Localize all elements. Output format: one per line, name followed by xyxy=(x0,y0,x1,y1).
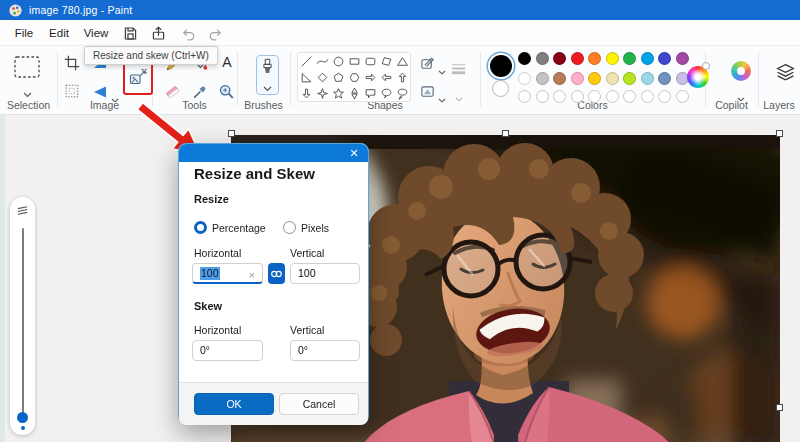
shape-right-triangle[interactable] xyxy=(298,69,314,85)
shape-star-6[interactable] xyxy=(346,85,362,101)
shape-fill-icon[interactable] xyxy=(420,84,438,102)
empty-color-slot[interactable] xyxy=(641,90,654,103)
canvas-handle-top-left[interactable] xyxy=(228,130,235,137)
empty-color-slot[interactable] xyxy=(588,90,601,103)
canvas-handle-top-center[interactable] xyxy=(502,130,509,137)
shape-rectangle[interactable] xyxy=(346,53,362,69)
color-swatch[interactable] xyxy=(553,52,566,65)
outline-dropdown-chevron[interactable] xyxy=(438,61,446,79)
undo-icon[interactable] xyxy=(177,23,199,43)
shape-callout-cloud[interactable] xyxy=(394,85,410,101)
color-swatch[interactable] xyxy=(571,72,584,85)
color-swatch[interactable] xyxy=(676,52,689,65)
color-swatch[interactable] xyxy=(518,52,531,65)
zoom-slider-thumb[interactable] xyxy=(17,412,28,423)
primary-color-swatch[interactable] xyxy=(490,55,512,77)
pixels-radio-label[interactable]: Pixels xyxy=(301,222,329,234)
color-swatch[interactable] xyxy=(641,72,654,85)
shape-callout-rectangle[interactable] xyxy=(362,85,378,101)
save-icon[interactable] xyxy=(119,23,141,43)
copilot-icon[interactable] xyxy=(731,61,751,81)
shape-oval[interactable] xyxy=(330,53,346,69)
shape-arrow-left[interactable] xyxy=(378,69,394,85)
empty-color-slot[interactable] xyxy=(676,90,689,103)
crop-icon[interactable] xyxy=(63,54,81,72)
lock-aspect-ratio-button[interactable] xyxy=(268,263,285,284)
color-swatch[interactable] xyxy=(553,72,566,85)
color-swatch[interactable] xyxy=(606,52,619,65)
color-swatch[interactable] xyxy=(571,52,584,65)
shape-star-5[interactable] xyxy=(330,85,346,101)
zoom-slider[interactable] xyxy=(10,197,35,435)
canvas-handle-top-right[interactable] xyxy=(776,130,783,137)
resize-vertical-input[interactable]: 100 xyxy=(290,263,360,284)
percentage-radio-label[interactable]: Percentage xyxy=(212,222,266,234)
shape-lightning[interactable] xyxy=(314,101,330,102)
shape-callout-oval[interactable] xyxy=(378,85,394,101)
menu-file[interactable]: File xyxy=(8,20,40,46)
shape-arrow-down[interactable] xyxy=(298,85,314,101)
zoom-slider-track[interactable] xyxy=(22,228,24,418)
share-icon[interactable] xyxy=(147,23,169,43)
text-tool-icon[interactable]: A xyxy=(219,54,235,70)
eyedropper-icon[interactable] xyxy=(191,83,209,101)
color-swatch[interactable] xyxy=(588,72,601,85)
dialog-close-icon[interactable]: ✕ xyxy=(340,144,368,162)
shape-heart[interactable] xyxy=(298,101,314,102)
canvas-handle-right-middle[interactable] xyxy=(776,404,783,411)
shape-triangle[interactable] xyxy=(394,53,410,69)
flip-dropdown-chevron[interactable] xyxy=(111,89,119,107)
secondary-color-swatch[interactable] xyxy=(492,80,509,97)
resize-and-skew-icon[interactable] xyxy=(129,68,147,86)
selection-tool-icon[interactable] xyxy=(13,55,41,83)
shape-arrow-right[interactable] xyxy=(362,69,378,85)
size-dropdown-chevron[interactable] xyxy=(455,88,463,106)
shape-polygon[interactable] xyxy=(378,53,394,69)
selection-dropdown-chevron[interactable] xyxy=(23,84,32,102)
color-swatch[interactable] xyxy=(536,52,549,65)
shape-rounded-rectangle[interactable] xyxy=(362,53,378,69)
cancel-button[interactable]: Cancel xyxy=(279,393,359,415)
skew-vertical-input[interactable]: 0° xyxy=(290,340,360,361)
eraser-icon[interactable] xyxy=(164,83,182,101)
menu-edit[interactable]: Edit xyxy=(42,20,76,46)
color-swatch[interactable] xyxy=(658,72,671,85)
color-swatch[interactable] xyxy=(623,72,636,85)
shape-curve[interactable] xyxy=(314,53,330,69)
empty-color-slot[interactable] xyxy=(518,90,531,103)
copilot-dropdown-chevron[interactable] xyxy=(737,88,745,106)
empty-color-slot[interactable] xyxy=(658,90,671,103)
shape-hexagon[interactable] xyxy=(346,69,362,85)
color-swatch[interactable] xyxy=(658,52,671,65)
fill-dropdown-chevron[interactable] xyxy=(438,89,446,107)
skew-horizontal-input[interactable]: 0° xyxy=(192,340,263,361)
magnifier-icon[interactable] xyxy=(218,83,236,101)
color-swatch[interactable] xyxy=(606,72,619,85)
shape-line[interactable] xyxy=(298,53,314,69)
brushes-dropdown-chevron[interactable] xyxy=(263,86,272,92)
pixels-radio[interactable] xyxy=(283,221,296,234)
shape-star-4[interactable] xyxy=(314,85,330,101)
magic-select-icon[interactable] xyxy=(64,83,82,101)
ok-button[interactable]: OK xyxy=(194,393,274,415)
shape-diamond[interactable] xyxy=(314,69,330,85)
empty-color-slot[interactable] xyxy=(571,90,584,103)
brushes-button[interactable] xyxy=(256,55,279,95)
empty-color-slot[interactable] xyxy=(536,90,549,103)
empty-color-slot[interactable] xyxy=(553,90,566,103)
color-swatch[interactable] xyxy=(518,72,531,85)
shape-pentagon[interactable] xyxy=(330,69,346,85)
resize-horizontal-input[interactable]: 100 × xyxy=(192,263,263,284)
redo-icon[interactable] xyxy=(204,23,226,43)
color-swatch[interactable] xyxy=(641,52,654,65)
layers-icon[interactable] xyxy=(775,62,796,87)
empty-color-slot[interactable] xyxy=(606,90,619,103)
shape-outline-icon[interactable] xyxy=(420,56,438,74)
color-swatch[interactable] xyxy=(588,52,601,65)
shape-arrow-up[interactable] xyxy=(394,69,410,85)
menu-view[interactable]: View xyxy=(78,20,114,46)
percentage-radio[interactable] xyxy=(194,221,207,234)
empty-color-slot[interactable] xyxy=(623,90,636,103)
flip-icon[interactable] xyxy=(92,84,110,102)
color-swatch[interactable] xyxy=(536,72,549,85)
